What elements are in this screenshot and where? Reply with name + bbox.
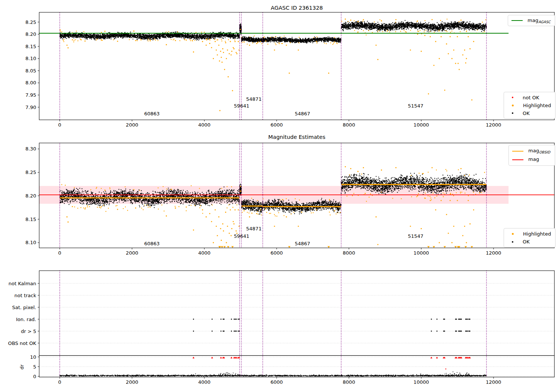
legend-row-mag-agasc: magAGASC [511, 18, 551, 24]
ok-dot-sample-2 [512, 241, 513, 243]
x-tick-label: 10000 [414, 250, 429, 256]
plots-canvas: 6086359641548715486751547020004000600080… [0, 0, 560, 392]
dr-clipped-marker [436, 357, 438, 358]
x-tick-label: 12000 [486, 122, 501, 128]
obsid-label: 54871 [246, 226, 261, 231]
y-tick-label: 8.00 [25, 80, 36, 85]
flag-row-label: OBS not OK [8, 340, 37, 346]
y-tick-label: 8.25 [25, 19, 36, 25]
clipped-low-triangle [433, 246, 435, 248]
x-tick-label: 4000 [198, 379, 211, 385]
y-tick-label: 8.20 [25, 193, 36, 199]
clipped-low-triangle [427, 246, 429, 248]
not-ok-dot-sample [512, 97, 513, 98]
dr-clipped-marker [220, 357, 222, 358]
y-tick-label: 8.15 [25, 44, 36, 49]
ok-dot-sample [512, 112, 513, 114]
legend-label-highlighted-2: Highlighted [523, 231, 551, 237]
dr-clipped-marker [430, 357, 432, 358]
y-tick-label: 8.20 [25, 31, 36, 37]
legend-label-mag-agasc: magAGASC [528, 18, 551, 24]
legend-label-mag: mag [528, 156, 539, 163]
x-tick-label: 12000 [486, 250, 501, 256]
legend-label-ok: OK [523, 111, 530, 116]
legend-row-ok-2: OK [507, 239, 551, 245]
red-line-sample [512, 159, 523, 160]
clipped-low-triangle [231, 246, 234, 248]
x-tick-label: 10000 [414, 379, 429, 385]
flag-row-label: dr > 5 [21, 329, 36, 334]
legend-middle-points: Highlighted OK [504, 228, 556, 248]
dr-axis-label: dr [19, 364, 25, 370]
legend-mag-lines: magOBSID mag [508, 145, 555, 166]
legend-row-highlighted: Highlighted [507, 103, 551, 108]
highlighted-dot-sample [512, 105, 514, 106]
flag-row-label: not track [14, 293, 36, 298]
obsid-label: 59641 [234, 233, 249, 239]
clipped-low-triangle [223, 246, 225, 248]
x-tick-label: 2000 [126, 379, 138, 385]
x-tick-label: 8000 [343, 122, 355, 128]
clipped-low-triangle [444, 246, 446, 248]
clipped-low-triangle [464, 246, 467, 248]
obsid-label: 60863 [144, 241, 159, 246]
y-tick-label: 8.10 [25, 240, 36, 245]
green-line-sample [511, 20, 523, 21]
flag-row-label: Sat. pixel. [12, 305, 36, 310]
x-tick-label: 10000 [414, 122, 429, 128]
x-tick-label: 12000 [486, 379, 501, 385]
x-tick-label: 6000 [270, 250, 283, 256]
legend-label-mag-obsid: magOBSID [528, 148, 550, 154]
legend-top-points: not OK Highlighted OK [504, 92, 556, 119]
x-tick-label: 6000 [270, 379, 283, 385]
dr-tick-label: 10 [30, 354, 36, 360]
scatter-points-ok-54871 [242, 37, 263, 42]
orange-line-sample [512, 151, 523, 152]
y-tick-label: 7.90 [25, 105, 36, 110]
legend-label-ok-2: OK [523, 239, 530, 245]
y-tick-label: 8.10 [25, 56, 36, 61]
scatter-points-highlighted [67, 19, 473, 111]
clipped-low-triangle [327, 246, 330, 248]
flag-row-label: Ion. rad. [16, 317, 36, 322]
x-tick-label: 8000 [343, 379, 355, 385]
x-tick-label: 4000 [198, 122, 211, 128]
scatter-points-ok-51547 [341, 21, 486, 32]
clipped-low-triangle [288, 246, 290, 248]
obsid-label: 51547 [408, 103, 423, 109]
x-tick-label: 6000 [270, 122, 283, 128]
y-tick-label: 8.05 [25, 68, 36, 74]
dr-points-ok [60, 372, 486, 376]
legend-row-highlighted-2: Highlighted [507, 231, 551, 237]
x-tick-label: 4000 [198, 250, 211, 256]
clipped-low-triangle [471, 246, 473, 248]
y-tick-label: 8.25 [25, 169, 36, 175]
x-tick-label: 0 [58, 250, 61, 256]
y-tick-label: 8.30 [25, 146, 36, 152]
x-tick-label: 8000 [343, 250, 355, 256]
flag-row-label: not Kalman [9, 281, 36, 286]
flag-points [193, 319, 470, 331]
highlighted-dot-sample-2 [512, 233, 514, 235]
obsid-label: 54871 [246, 96, 261, 102]
axes-frame [39, 12, 554, 120]
obsid-label: 54867 [295, 241, 310, 246]
x-tick-label: 2000 [126, 250, 138, 256]
scatter-points-highlighted [67, 167, 473, 245]
x-tick-label: 0 [58, 122, 61, 128]
clipped-low-triangle [227, 246, 229, 248]
top-chart-title: AGASC ID 2361328 [39, 5, 554, 11]
legend-row-ok: OK [507, 111, 551, 116]
dr-tick-label: 0 [33, 374, 36, 379]
obsid-label: 54867 [295, 111, 310, 116]
dr-clipped-marker [211, 357, 213, 358]
legend-row-mag-obsid: magOBSID [512, 148, 551, 154]
scatter-points-ok-54867 [263, 37, 341, 43]
legend-mag-agasc: magAGASC [508, 15, 555, 26]
legend-row-not-ok: not OK [507, 95, 551, 100]
x-tick-label: 2000 [126, 122, 138, 128]
legend-label-highlighted: Highlighted [523, 103, 551, 108]
obsid-label: 51547 [408, 233, 423, 239]
clipped-low-triangle [221, 246, 223, 248]
y-tick-label: 7.95 [25, 92, 36, 98]
